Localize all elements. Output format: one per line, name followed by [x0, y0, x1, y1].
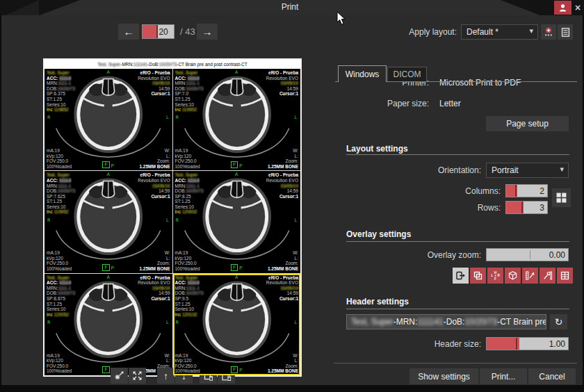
- overlay-orientation-cube-toggle[interactable]: [505, 268, 521, 284]
- ct-image-cell[interactable]: Test, Super ACC: 11113 MRN:1111-1 DOB:10…: [44, 69, 172, 170]
- fit-to-window-button[interactable]: [129, 368, 146, 384]
- header-field-segment: -DoB:: [444, 317, 465, 327]
- window-width: W:: [139, 353, 170, 359]
- scanner-model: Revolution EVO: [138, 76, 170, 81]
- instance-number: 119852: [54, 107, 68, 112]
- overlay-zoom-value: 0.00: [549, 250, 565, 260]
- columns-spinner-handle[interactable]: [515, 185, 517, 197]
- accession-number: 11113: [59, 280, 71, 285]
- window-width: W:: [268, 353, 298, 359]
- close-button[interactable]: ×: [572, 1, 583, 15]
- header-size-value: 1.00: [549, 339, 565, 349]
- overlay-probe-toggle[interactable]: [540, 268, 555, 284]
- actual-size-button[interactable]: [111, 368, 128, 384]
- add-layout-icon: [543, 26, 554, 38]
- overlay-orientation-markers-toggle[interactable]: HL+ RF: [487, 268, 503, 284]
- cancel-button[interactable]: Cancel: [528, 368, 576, 384]
- overlay-zoom-handle[interactable]: [530, 250, 530, 259]
- paper-size-label: Paper size:: [335, 99, 429, 108]
- add-layout-button[interactable]: [541, 24, 556, 40]
- next-page-button[interactable]: →: [197, 24, 218, 40]
- columns-spinner[interactable]: 2: [505, 184, 548, 197]
- grid-layout-icon: [555, 192, 567, 204]
- arrow-right-icon: →: [202, 26, 213, 38]
- header-field-segment: -CT Brain pre: [497, 317, 546, 327]
- rows-spinner[interactable]: 3: [505, 201, 548, 214]
- user-button[interactable]: [554, 1, 571, 15]
- layout-settings-heading: Layout settings: [346, 144, 408, 154]
- window-level: L:: [139, 256, 170, 261]
- print-dialog-window: Print × ← 20 / 43 → Apply layout:: [0, 0, 584, 392]
- mrn-value: 1111-1: [186, 183, 200, 188]
- rows-spinner-handle[interactable]: [521, 202, 523, 213]
- page-spinner-handle[interactable]: [156, 25, 158, 38]
- instance-number: 119952: [54, 209, 68, 214]
- page-setup-button[interactable]: Page setup: [486, 116, 569, 131]
- grid-layout-button[interactable]: [552, 188, 571, 207]
- ct-image-cell[interactable]: Test, Super ACC: 11113 MRN:1111-1 DOB:10…: [173, 171, 301, 272]
- orientation-dropdown[interactable]: Portrait ▾: [486, 163, 569, 178]
- fit-to-window-icon: [132, 370, 143, 381]
- overlay-settings-divider: [346, 241, 569, 242]
- slice-thickness: ST:1.25: [175, 302, 204, 307]
- preview-image-grid: Test, Super ACC: 11113 MRN:1111-1 DOB:10…: [44, 69, 300, 375]
- orientation-marker-right: R: [176, 218, 179, 224]
- print-button[interactable]: Print...: [480, 368, 527, 384]
- overlay-frames-toggle[interactable]: [470, 268, 486, 284]
- paper-size-value: Letter: [439, 99, 461, 108]
- reconstruction-preset: 1.25MM BONE: [268, 164, 298, 170]
- layout-list-button[interactable]: [558, 24, 573, 40]
- flip-marker: F: [102, 161, 109, 168]
- apply-layout-dropdown[interactable]: Default * ▾: [461, 24, 538, 40]
- slice-position: SP:7.625: [47, 194, 75, 199]
- overlay-export-toggle[interactable]: [453, 268, 469, 284]
- overlay-ruler-toggle[interactable]: [522, 268, 538, 284]
- instance-number: 120052: [54, 312, 69, 317]
- dob-value: 10/20/73: [58, 188, 75, 193]
- dob-value: 10/20/73: [186, 188, 203, 193]
- series-number: Series:10: [175, 307, 204, 312]
- user-icon: [558, 3, 568, 13]
- header-text-field[interactable]: Test, Super-MRN:111141-DoB:10/20/73-CT B…: [346, 314, 546, 329]
- reconstruction-preset: 1.25MM BONE: [139, 266, 170, 272]
- cursor-label: Cursor:1: [266, 91, 298, 97]
- refresh-header-button[interactable]: ↻: [550, 314, 567, 329]
- tube-voltage: kVp:120: [175, 154, 200, 159]
- ct-image-cell[interactable]: Test, Super ACC: 11113 MRN:1111-1 DOB:10…: [173, 274, 301, 375]
- slice-thickness: ST:1.25: [47, 97, 75, 102]
- preview-page-header: Test, Super-MRN:111141-DoB:10/20/73-CT B…: [44, 60, 300, 69]
- ct-image-cell[interactable]: Test, Super ACC: 11113 MRN:1111-1 DOB:10…: [44, 171, 172, 272]
- study-date: 03/05/19: [138, 183, 170, 189]
- show-settings-button[interactable]: Show settings: [409, 368, 478, 384]
- orientation-marker-right: R: [176, 115, 179, 121]
- tab-dicom[interactable]: DICOM: [387, 67, 427, 81]
- dob-value: 10/20/73: [58, 86, 75, 91]
- header-size-handle[interactable]: [516, 338, 517, 350]
- page-spinner-fill: [143, 25, 158, 38]
- tube-voltage: kVp:120: [175, 256, 200, 261]
- overlay-table-toggle[interactable]: [557, 268, 573, 284]
- page-total: / 43: [180, 26, 195, 37]
- orientation-marker-right: R: [47, 218, 51, 224]
- overlay-zoom-slider[interactable]: 0.00: [486, 248, 569, 261]
- cursor-label: Cursor:1: [138, 296, 170, 302]
- slice-position: SP:8.25: [175, 194, 204, 199]
- orientation-cube-icon: [508, 270, 518, 281]
- rows-value: 3: [540, 203, 544, 213]
- study-time: 14:59: [266, 291, 298, 296]
- move-page-up-button[interactable]: ↑: [157, 368, 175, 384]
- previous-page-button[interactable]: ←: [118, 24, 139, 40]
- orientation-marker-left: L: [166, 218, 169, 224]
- orientation-marker-anterior: A: [44, 70, 172, 76]
- header-size-slider[interactable]: 1.00: [486, 337, 569, 350]
- ct-image-cell[interactable]: Test, Super ACC: 11113 MRN:1111-1 DOB:10…: [173, 69, 301, 170]
- window-title: Print: [40, 2, 540, 12]
- slice-position: SP:8.875: [47, 296, 75, 302]
- table-grid-icon: [560, 270, 570, 281]
- orientation-marker-left: L: [166, 115, 169, 121]
- printer-value: Microsoft Print to PDF: [439, 78, 521, 88]
- ct-image-cell[interactable]: Test, Super ACC: 11113 MRN:1111-1 DOB:10…: [44, 274, 172, 375]
- page-number-spinner[interactable]: 20: [142, 24, 175, 39]
- title-bar: Print ×: [0, 0, 584, 15]
- tab-windows[interactable]: Windows: [338, 65, 387, 82]
